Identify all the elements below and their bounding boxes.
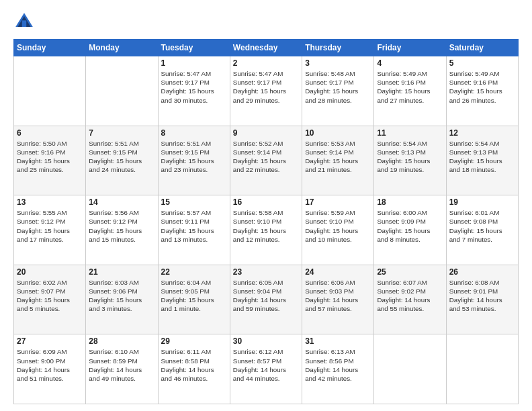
calendar-cell (86, 56, 158, 126)
day-info: Sunrise: 5:47 AMSunset: 9:17 PMDaylight:… (161, 69, 227, 105)
day-info: Sunrise: 6:07 AMSunset: 9:02 PMDaylight:… (377, 278, 443, 314)
day-number: 21 (89, 267, 154, 277)
calendar-cell: 18Sunrise: 6:00 AMSunset: 9:09 PMDayligh… (374, 195, 446, 265)
calendar-cell: 21Sunrise: 6:03 AMSunset: 9:06 PMDayligh… (86, 265, 158, 334)
calendar-cell (446, 334, 518, 404)
day-info: Sunrise: 6:12 AMSunset: 8:57 PMDaylight:… (233, 347, 299, 383)
day-number: 17 (305, 197, 371, 207)
day-info: Sunrise: 6:05 AMSunset: 9:04 PMDaylight:… (233, 278, 299, 314)
calendar-cell: 25Sunrise: 6:07 AMSunset: 9:02 PMDayligh… (374, 265, 446, 334)
calendar-cell: 12Sunrise: 5:54 AMSunset: 9:13 PMDayligh… (446, 126, 518, 195)
day-number: 4 (377, 58, 443, 68)
day-number: 31 (305, 336, 371, 346)
day-number: 14 (89, 197, 154, 207)
calendar-cell: 26Sunrise: 6:08 AMSunset: 9:01 PMDayligh… (446, 265, 518, 334)
day-info: Sunrise: 5:48 AMSunset: 9:17 PMDaylight:… (305, 69, 371, 105)
day-number: 5 (449, 58, 515, 68)
calendar-week-4: 20Sunrise: 6:02 AMSunset: 9:07 PMDayligh… (14, 265, 519, 334)
day-number: 26 (449, 267, 515, 277)
calendar-header: SundayMondayTuesdayWednesdayThursdayFrid… (14, 40, 519, 56)
calendar-cell: 2Sunrise: 5:47 AMSunset: 9:17 PMDaylight… (230, 56, 302, 126)
day-number: 11 (377, 128, 443, 138)
calendar-cell: 16Sunrise: 5:58 AMSunset: 9:10 PMDayligh… (230, 195, 302, 265)
day-number: 7 (89, 128, 154, 138)
calendar-cell: 13Sunrise: 5:55 AMSunset: 9:12 PMDayligh… (14, 195, 86, 265)
day-info: Sunrise: 5:51 AMSunset: 9:15 PMDaylight:… (161, 139, 227, 175)
col-header-friday: Friday (374, 40, 446, 56)
calendar-cell: 15Sunrise: 5:57 AMSunset: 9:11 PMDayligh… (158, 195, 230, 265)
col-header-wednesday: Wednesday (230, 40, 302, 56)
day-number: 16 (233, 197, 299, 207)
calendar-cell: 27Sunrise: 6:09 AMSunset: 9:00 PMDayligh… (14, 334, 86, 404)
day-info: Sunrise: 6:06 AMSunset: 9:03 PMDaylight:… (305, 278, 371, 314)
day-number: 20 (17, 267, 83, 277)
day-info: Sunrise: 5:58 AMSunset: 9:10 PMDaylight:… (233, 208, 299, 244)
day-number: 24 (305, 267, 371, 277)
calendar-week-1: 1Sunrise: 5:47 AMSunset: 9:17 PMDaylight… (14, 56, 519, 126)
calendar-cell: 10Sunrise: 5:53 AMSunset: 9:14 PMDayligh… (302, 126, 374, 195)
day-number: 10 (305, 128, 371, 138)
calendar-cell: 28Sunrise: 6:10 AMSunset: 8:59 PMDayligh… (86, 334, 158, 404)
calendar-cell: 3Sunrise: 5:48 AMSunset: 9:17 PMDaylight… (302, 56, 374, 126)
day-number: 2 (233, 58, 299, 68)
day-number: 8 (161, 128, 227, 138)
logo-icon (13, 11, 35, 32)
calendar-week-3: 13Sunrise: 5:55 AMSunset: 9:12 PMDayligh… (14, 195, 519, 265)
day-number: 22 (161, 267, 227, 277)
day-info: Sunrise: 5:54 AMSunset: 9:13 PMDaylight:… (377, 139, 443, 175)
day-info: Sunrise: 5:49 AMSunset: 9:16 PMDaylight:… (377, 69, 443, 105)
calendar-cell: 11Sunrise: 5:54 AMSunset: 9:13 PMDayligh… (374, 126, 446, 195)
day-info: Sunrise: 6:02 AMSunset: 9:07 PMDaylight:… (17, 278, 83, 314)
calendar: SundayMondayTuesdayWednesdayThursdayFrid… (13, 39, 519, 404)
calendar-cell: 6Sunrise: 5:50 AMSunset: 9:16 PMDaylight… (14, 126, 86, 195)
day-info: Sunrise: 5:51 AMSunset: 9:15 PMDaylight:… (89, 139, 154, 175)
header-row: SundayMondayTuesdayWednesdayThursdayFrid… (14, 40, 519, 56)
col-header-monday: Monday (86, 40, 158, 56)
calendar-cell: 14Sunrise: 5:56 AMSunset: 9:12 PMDayligh… (86, 195, 158, 265)
day-number: 18 (377, 197, 443, 207)
calendar-cell: 30Sunrise: 6:12 AMSunset: 8:57 PMDayligh… (230, 334, 302, 404)
svg-rect-2 (22, 20, 26, 27)
day-number: 6 (17, 128, 83, 138)
day-info: Sunrise: 6:03 AMSunset: 9:06 PMDaylight:… (89, 278, 154, 314)
header (13, 11, 519, 32)
calendar-body: 1Sunrise: 5:47 AMSunset: 9:17 PMDaylight… (14, 56, 519, 404)
day-info: Sunrise: 5:55 AMSunset: 9:12 PMDaylight:… (17, 208, 83, 244)
day-number: 23 (233, 267, 299, 277)
calendar-cell: 24Sunrise: 6:06 AMSunset: 9:03 PMDayligh… (302, 265, 374, 334)
col-header-sunday: Sunday (14, 40, 86, 56)
day-info: Sunrise: 5:47 AMSunset: 9:17 PMDaylight:… (233, 69, 299, 105)
day-number: 1 (161, 58, 227, 68)
day-number: 9 (233, 128, 299, 138)
day-number: 19 (449, 197, 515, 207)
day-number: 25 (377, 267, 443, 277)
day-info: Sunrise: 5:49 AMSunset: 9:16 PMDaylight:… (449, 69, 515, 105)
calendar-cell: 19Sunrise: 6:01 AMSunset: 9:08 PMDayligh… (446, 195, 518, 265)
day-info: Sunrise: 6:11 AMSunset: 8:58 PMDaylight:… (161, 347, 227, 383)
day-info: Sunrise: 6:10 AMSunset: 8:59 PMDaylight:… (89, 347, 154, 383)
calendar-week-5: 27Sunrise: 6:09 AMSunset: 9:00 PMDayligh… (14, 334, 519, 404)
col-header-tuesday: Tuesday (158, 40, 230, 56)
calendar-cell: 1Sunrise: 5:47 AMSunset: 9:17 PMDaylight… (158, 56, 230, 126)
calendar-cell: 5Sunrise: 5:49 AMSunset: 9:16 PMDaylight… (446, 56, 518, 126)
day-number: 30 (233, 336, 299, 346)
day-info: Sunrise: 5:59 AMSunset: 9:10 PMDaylight:… (305, 208, 371, 244)
calendar-cell: 7Sunrise: 5:51 AMSunset: 9:15 PMDaylight… (86, 126, 158, 195)
day-number: 27 (17, 336, 83, 346)
calendar-cell: 31Sunrise: 6:13 AMSunset: 8:56 PMDayligh… (302, 334, 374, 404)
day-info: Sunrise: 6:00 AMSunset: 9:09 PMDaylight:… (377, 208, 443, 244)
day-number: 13 (17, 197, 83, 207)
calendar-cell: 17Sunrise: 5:59 AMSunset: 9:10 PMDayligh… (302, 195, 374, 265)
calendar-cell: 8Sunrise: 5:51 AMSunset: 9:15 PMDaylight… (158, 126, 230, 195)
calendar-cell (14, 56, 86, 126)
col-header-thursday: Thursday (302, 40, 374, 56)
day-info: Sunrise: 6:04 AMSunset: 9:05 PMDaylight:… (161, 278, 227, 314)
day-number: 12 (449, 128, 515, 138)
calendar-cell: 29Sunrise: 6:11 AMSunset: 8:58 PMDayligh… (158, 334, 230, 404)
day-info: Sunrise: 6:08 AMSunset: 9:01 PMDaylight:… (449, 278, 515, 314)
calendar-cell: 22Sunrise: 6:04 AMSunset: 9:05 PMDayligh… (158, 265, 230, 334)
day-number: 3 (305, 58, 371, 68)
col-header-saturday: Saturday (446, 40, 518, 56)
calendar-cell: 23Sunrise: 6:05 AMSunset: 9:04 PMDayligh… (230, 265, 302, 334)
day-info: Sunrise: 5:54 AMSunset: 9:13 PMDaylight:… (449, 139, 515, 175)
